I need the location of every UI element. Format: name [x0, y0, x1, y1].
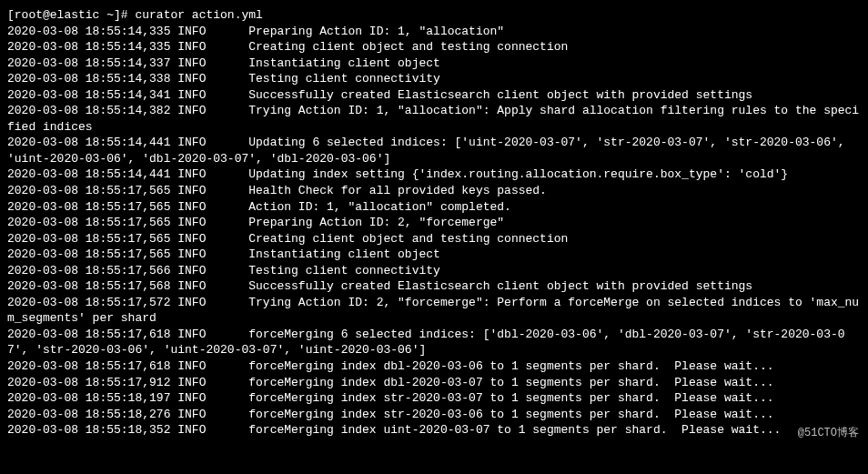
log-line: 2020-03-08 18:55:18,352 INFO forceMergin… — [7, 422, 861, 439]
log-line: 2020-03-08 18:55:17,565 INFO Instantiati… — [7, 247, 861, 263]
log-line: 2020-03-08 18:55:14,441 INFO Updating 6 … — [7, 135, 861, 166]
log-line: 2020-03-08 18:55:17,565 INFO Creating cl… — [7, 231, 861, 247]
log-line: 2020-03-08 18:55:14,441 INFO Updating in… — [7, 166, 861, 183]
prompt-line: [root@elastic ~]# curator action.yml — [7, 7, 861, 24]
log-line: 2020-03-08 18:55:14,382 INFO Trying Acti… — [7, 103, 861, 135]
terminal-output[interactable]: [root@elastic ~]# curator action.yml 202… — [7, 7, 861, 439]
log-line: 2020-03-08 18:55:14,335 INFO Preparing A… — [7, 24, 861, 40]
log-line: 2020-03-08 18:55:14,338 INFO Testing cli… — [7, 71, 861, 87]
log-line: 2020-03-08 18:55:17,566 INFO Testing cli… — [7, 263, 861, 279]
log-line: 2020-03-08 18:55:17,565 INFO Action ID: … — [7, 199, 861, 216]
log-line: 2020-03-08 18:55:17,572 INFO Trying Acti… — [7, 295, 861, 327]
log-line: 2020-03-08 18:55:17,565 INFO Health Chec… — [7, 183, 861, 199]
log-line: 2020-03-08 18:55:14,341 INFO Successfull… — [7, 87, 861, 104]
log-line: 2020-03-08 18:55:14,337 INFO Instantiati… — [7, 55, 861, 72]
log-line: 2020-03-08 18:55:17,565 INFO Preparing A… — [7, 215, 861, 231]
log-line: 2020-03-08 18:55:17,618 INFO forceMergin… — [7, 358, 861, 375]
log-line: 2020-03-08 18:55:17,618 INFO forceMergin… — [7, 327, 861, 358]
log-line: 2020-03-08 18:55:18,197 INFO forceMergin… — [7, 390, 861, 407]
log-line: 2020-03-08 18:55:14,335 INFO Creating cl… — [7, 39, 861, 55]
log-line: 2020-03-08 18:55:17,568 INFO Successfull… — [7, 278, 861, 295]
log-line: 2020-03-08 18:55:18,276 INFO forceMergin… — [7, 407, 861, 423]
watermark-text: @51CTO博客 — [798, 426, 859, 440]
log-line: 2020-03-08 18:55:17,912 INFO forceMergin… — [7, 375, 861, 391]
